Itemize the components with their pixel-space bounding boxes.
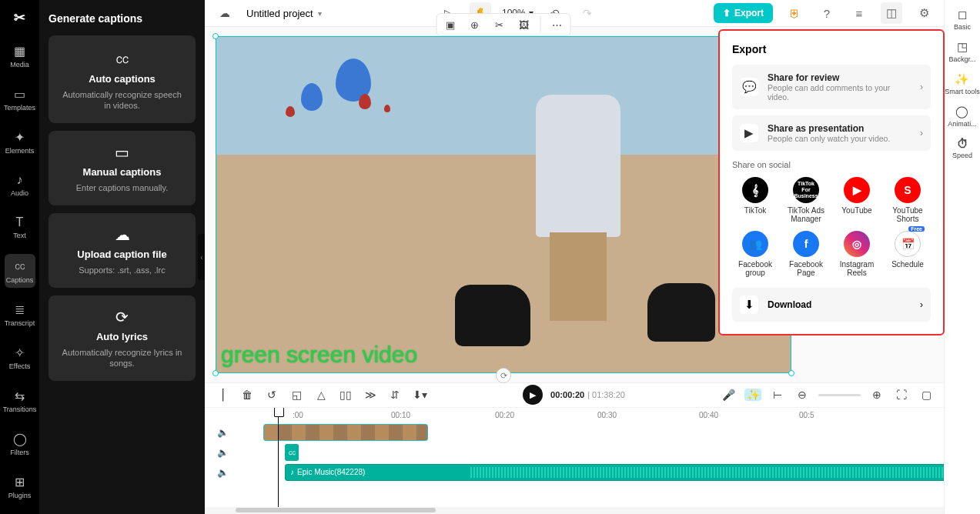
- top-toolbar: ☁ Untitled project ▾ ▷ ✋ 100% ▾ ↶ ↷ ⬆ Ex…: [205, 0, 944, 27]
- delete-icon[interactable]: 🗑: [239, 389, 256, 401]
- share-facebook-group[interactable]: 👥Facebook group: [732, 231, 778, 277]
- download-button[interactable]: ⬇ Download ›: [732, 288, 931, 322]
- export-button[interactable]: ⬆ Export: [714, 3, 773, 23]
- chevron-right-icon: ›: [920, 128, 923, 139]
- nav-audio[interactable]: ♪Audio: [5, 169, 35, 201]
- freeze-icon[interactable]: ▯▯: [337, 389, 354, 401]
- crop-icon[interactable]: ✂: [491, 16, 508, 33]
- split-track-icon[interactable]: ⊢: [769, 389, 786, 401]
- person-silhouette: [520, 95, 636, 333]
- comment-icon: 💬: [740, 78, 758, 96]
- nav-transitions[interactable]: ⇆Transitions: [5, 385, 35, 417]
- nav-captions[interactable]: ㏄Captions: [5, 254, 35, 288]
- crop-icon[interactable]: ◱: [288, 389, 305, 401]
- nav-media[interactable]: ▦Media: [5, 40, 35, 72]
- resize-handle[interactable]: [212, 33, 219, 39]
- audio-clip[interactable]: ♪ Epic Music(842228): [285, 464, 944, 481]
- shield-icon[interactable]: ⛨: [784, 2, 805, 24]
- card-auto-captions[interactable]: ㏄ Auto captions Automatically recognize …: [48, 35, 196, 123]
- nav-filters[interactable]: ◯Filters: [5, 428, 35, 460]
- share-as-presentation[interactable]: ▶ Share as presentation People can only …: [732, 115, 931, 151]
- mute-toggle[interactable]: 🔈: [212, 427, 232, 438]
- help-icon[interactable]: ?: [816, 2, 838, 24]
- zoom-out-icon[interactable]: ⊖: [794, 389, 811, 401]
- settings-icon[interactable]: ▢: [918, 389, 935, 401]
- add-icon[interactable]: ⊕: [467, 16, 483, 33]
- chevron-right-icon: ›: [920, 299, 923, 310]
- playhead[interactable]: [278, 408, 279, 507]
- balloon-icon: [359, 94, 371, 109]
- nav-plugins[interactable]: ⊞Plugins: [5, 471, 35, 503]
- share-tiktok-ads[interactable]: TikTokFor BusinessTikTok Ads Manager: [783, 177, 829, 223]
- tab-animation[interactable]: ◯Animati...: [948, 105, 977, 128]
- share-youtube-shorts[interactable]: SYouTube Shorts: [885, 177, 931, 223]
- timeline-ruler: :00 00:10 00:20 00:30 00:40 00:5: [237, 409, 936, 423]
- card-upload-caption[interactable]: ☁ Upload caption file Supports: .srt, .a…: [48, 213, 196, 288]
- share-facebook-page[interactable]: fFacebook Page: [783, 231, 829, 277]
- timeline-scrollbar[interactable]: [205, 507, 944, 514]
- tab-background[interactable]: ◳Backgr...: [948, 40, 975, 63]
- tab-smart-tools[interactable]: ✨Smart tools: [945, 72, 980, 95]
- mute-toggle[interactable]: 🔈: [212, 467, 232, 478]
- caption-overlay[interactable]: green screen video: [221, 342, 417, 368]
- app-logo[interactable]: ✂: [14, 6, 25, 29]
- nav-elements[interactable]: ✦Elements: [5, 126, 35, 159]
- speed-icon[interactable]: ≫: [362, 389, 379, 401]
- timeline[interactable]: :00 00:10 00:20 00:30 00:40 00:5 🔈 🔈 ㏄: [205, 407, 944, 507]
- reverse-icon[interactable]: ↺: [263, 389, 280, 401]
- side-panel-title: Generate captions: [48, 12, 196, 25]
- split-icon[interactable]: ⎮: [214, 389, 231, 401]
- share-schedule[interactable]: 📅FreeSchedule: [885, 231, 931, 277]
- balloon-icon: [384, 105, 390, 112]
- nav-text[interactable]: TText: [5, 212, 35, 243]
- share-instagram-reels[interactable]: ◎Instagram Reels: [834, 231, 880, 277]
- chevron-down-icon: ▾: [318, 9, 322, 18]
- side-panel: Generate captions ㏄ Auto captions Automa…: [39, 0, 205, 514]
- share-for-review[interactable]: 💬 Share for review People can add commen…: [732, 65, 931, 109]
- zoom-slider[interactable]: [818, 394, 861, 396]
- more-icon[interactable]: ⋯: [549, 16, 566, 33]
- balloon-icon: [301, 83, 323, 111]
- share-youtube[interactable]: ▶YouTube: [834, 177, 880, 223]
- waveform: [470, 467, 944, 478]
- mute-toggle[interactable]: 🔈: [212, 447, 232, 458]
- redo-button[interactable]: ↷: [577, 2, 598, 24]
- share-tiktok[interactable]: 𝄞TikTok: [732, 177, 778, 223]
- nav-effects[interactable]: ✧Effects: [5, 342, 35, 374]
- picture-icon[interactable]: 🖼: [516, 16, 533, 33]
- layout-icon[interactable]: ◫: [881, 2, 902, 24]
- history-icon[interactable]: ≡: [848, 2, 870, 24]
- preview-edit-toolbar: ▣ ⊕ ✂ 🖼 ⋯: [436, 13, 571, 36]
- export-title: Export: [732, 43, 931, 55]
- resize-handle[interactable]: [212, 370, 219, 376]
- video-track: 🔈: [212, 423, 936, 442]
- nav-templates[interactable]: ▭Templates: [5, 83, 35, 115]
- zoom-in-icon[interactable]: ⊕: [868, 389, 885, 401]
- collapse-handle[interactable]: ‹: [198, 234, 205, 280]
- tab-basic[interactable]: ◻Basic: [954, 8, 971, 31]
- timeline-tools: ⎮ 🗑 ↺ ◱ △ ▯▯ ≫ ⇵ ⬇▾ ▶ 00:00:20| 01:38:20…: [205, 382, 944, 407]
- right-rail: ◻Basic ◳Backgr... ✨Smart tools ◯Animati.…: [944, 0, 980, 514]
- gear-icon[interactable]: ⚙: [913, 2, 935, 24]
- download-icon[interactable]: ⬇▾: [411, 389, 428, 401]
- auto-caption-icon[interactable]: ✨: [744, 389, 761, 401]
- audio-track: 🔈 ♪ Epic Music(842228): [212, 463, 936, 482]
- resize-handle[interactable]: [788, 370, 794, 376]
- fullscreen-icon[interactable]: ⛶: [893, 389, 910, 401]
- card-auto-lyrics[interactable]: ⟳ Auto lyrics Automatically recognize ly…: [48, 295, 196, 381]
- play-button[interactable]: ▶: [523, 385, 543, 405]
- video-preview[interactable]: ▣ ⊕ ✂ 🖼 ⋯ green screen video: [216, 36, 791, 373]
- rotate-handle[interactable]: ⟳: [496, 368, 511, 383]
- mic-icon[interactable]: 🎤: [720, 389, 737, 401]
- cloud-icon[interactable]: ☁: [214, 2, 236, 24]
- card-manual-captions[interactable]: ▭ Manual captions Enter captions manuall…: [48, 131, 196, 205]
- project-title[interactable]: Untitled project ▾: [246, 8, 322, 19]
- extract-icon[interactable]: ⇵: [386, 389, 403, 401]
- video-clip[interactable]: [263, 424, 428, 441]
- caption-track: 🔈 ㏄: [212, 443, 936, 462]
- crop-fill-icon[interactable]: ▣: [442, 16, 459, 33]
- tab-speed[interactable]: ⏱Speed: [952, 137, 972, 159]
- nav-transcript[interactable]: ≣Transcript: [5, 299, 35, 331]
- caption-clip[interactable]: ㏄: [285, 444, 299, 461]
- mirror-icon[interactable]: △: [313, 389, 329, 401]
